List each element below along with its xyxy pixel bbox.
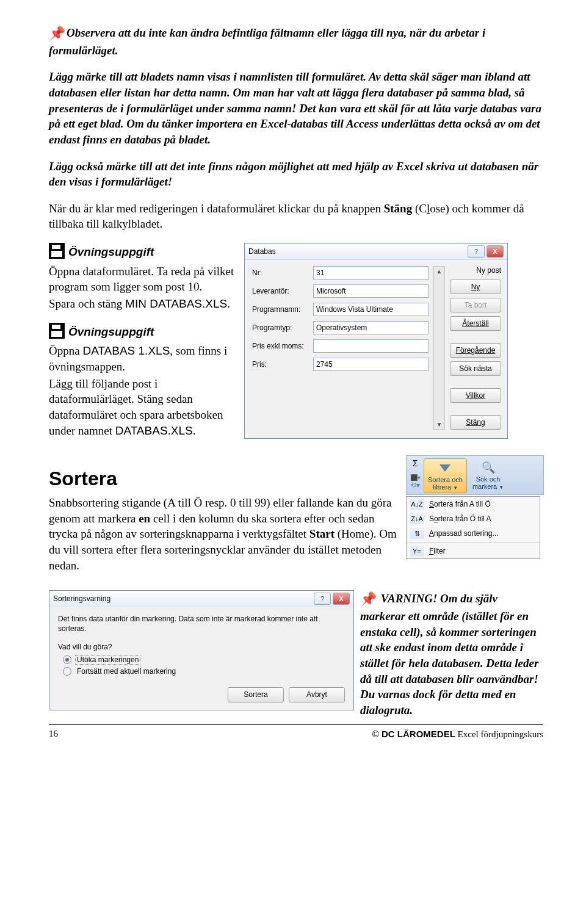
warning-label: VARNING! [381, 592, 438, 605]
exercise-2-body2: Lägg till följande post i dataformulärlä… [49, 376, 235, 439]
label-typ: Programtyp: [252, 323, 313, 332]
ny-button[interactable]: Ny [450, 280, 501, 294]
funnel-icon [440, 464, 450, 472]
scroll-up-icon[interactable]: ▲ [436, 268, 443, 275]
note-1-text: Observera att du inte kan ändra befintli… [49, 26, 485, 57]
page-number: 16 [49, 729, 58, 740]
note-paragraph-1: 📌Observera att du inte kan ändra befintl… [49, 24, 543, 58]
chevron-down-icon: ▼ [499, 485, 504, 490]
sort-za-icon: Z↓A [410, 513, 424, 524]
warn-opt-extend[interactable]: Utöka markeringen [63, 655, 345, 665]
dd4-text: ilter [433, 547, 445, 555]
close-button[interactable]: X [487, 245, 504, 258]
p4-c: (C [412, 202, 427, 215]
foregaende-button[interactable]: Föregående [450, 343, 501, 358]
help-button[interactable]: ? [468, 245, 485, 258]
filter-icon: Y= [410, 546, 424, 557]
input-prog[interactable] [313, 303, 429, 316]
rb-find-l2: markera [472, 483, 497, 490]
clear-icon[interactable]: ⟲▾ [410, 481, 420, 489]
rb-sort-l1: Sortera och [428, 476, 463, 483]
databas-dialog: Databas ? X Nr: Leverantör: [244, 243, 508, 439]
ex2-dot: . [193, 424, 196, 437]
sp-b: en [139, 512, 150, 525]
opt1-label: Utöka markeringen [75, 655, 140, 665]
opt2-label: Fortsätt med aktuell markering [75, 666, 178, 676]
exercise-title-1: Övningsuppgift [68, 245, 154, 258]
dd-custom-sort[interactable]: ⇅ Anpassad sortering... [407, 526, 540, 541]
footer-right: © DC LÄROMEDEL Excel fördjupningskurs [372, 729, 543, 740]
tabort-button: Ta bort [450, 298, 501, 312]
warn-title: Sorteringsvarning [53, 594, 314, 603]
form-scrollbar[interactable]: ▲ ▼ [433, 266, 445, 430]
exercise-1: Övningsuppgift [49, 243, 235, 260]
binoculars-icon: 🔍 [479, 460, 497, 475]
radio-selected-icon[interactable] [63, 655, 71, 664]
ribbon-snippet: Σ ⬛▾ ⟲▾ Sortera ochfiltrera ▼ 🔍 Sök ochm… [406, 455, 544, 495]
scroll-down-icon[interactable]: ▼ [436, 421, 443, 428]
sp-d: Start [309, 527, 335, 540]
help-button[interactable]: ? [314, 593, 331, 605]
warn-question: Vad vill du göra? [58, 643, 345, 651]
dd2-text: rtera från Ö till A [438, 514, 491, 523]
find-select-button[interactable]: 🔍 Sök ochmarkera ▼ [469, 458, 507, 493]
warn-titlebar[interactable]: Sorteringsvarning ? X [49, 591, 353, 607]
custom-sort-icon: ⇅ [410, 528, 424, 539]
ex1-a: Öppna dataformuläret. Ta reda på vilket … [49, 265, 234, 294]
avbryt-button[interactable]: Avbryt [289, 687, 345, 702]
sort-dropdown: A↓Z SSortera från A till Öortera från A … [406, 496, 540, 559]
body-paragraph-4: När du är klar med redigeringen i datafo… [49, 201, 543, 232]
disk-icon [49, 323, 65, 339]
warn-opt-continue[interactable]: Fortsätt med aktuell markering [63, 666, 345, 676]
dialog-titlebar[interactable]: Databas ? X [245, 244, 507, 260]
pushpin-icon: 📌 [49, 24, 65, 43]
villkor-button[interactable]: Villkor [450, 388, 501, 403]
input-pris[interactable] [313, 358, 429, 371]
sort-filter-button[interactable]: Sortera ochfiltrera ▼ [424, 458, 467, 493]
label-pris: Pris: [252, 360, 313, 369]
exercise-title-2: Övningsuppgift [68, 325, 154, 338]
label-prisex: Pris exkl moms: [252, 342, 313, 350]
exercise-2-body: Öppna DATABAS 1.XLS, som finns i övnings… [49, 343, 235, 374]
exercise-1-body: Öppna dataformuläret. Ta reda på vilket … [49, 264, 235, 295]
dd-filter[interactable]: Y= Filter [407, 544, 540, 558]
sortera-button[interactable]: Sortera [228, 687, 284, 702]
close-button[interactable]: X [333, 593, 350, 605]
note-3-text: Lägg också märke till att det inte finns… [49, 160, 538, 189]
sigma-icon[interactable]: Σ [408, 458, 422, 468]
warning-text: Om du själv markerar ett område (iställe… [360, 592, 538, 716]
exercise-1-file: Spara och stäng MIN DATABAS.XLS. [49, 296, 235, 312]
input-typ[interactable] [313, 321, 429, 334]
footer-tail: Excel fördjupningskurs [455, 729, 543, 739]
note-2-text: Lägg märke till att bladets namn visas i… [49, 70, 541, 146]
sortera-heading: Sortera [49, 467, 400, 490]
input-prisex[interactable] [313, 339, 429, 353]
disk-icon [49, 243, 65, 259]
ex2-a: Öppna [49, 344, 82, 357]
sort-az-icon: A↓Z [410, 499, 424, 510]
ex1-file: MIN DATABAS.XLS [125, 297, 227, 310]
rb-find-l1: Sök och [476, 475, 501, 483]
ex2-file1: DATABAS 1.XLS [82, 344, 170, 357]
pushpin-icon: 📌 [360, 590, 377, 608]
exercise-2: Övningsuppgift [49, 323, 235, 340]
fill-icon[interactable]: ⬛▾ [410, 474, 421, 481]
ex1-dot: . [227, 297, 230, 310]
warn-message: Det finns data utanför din markering. Da… [58, 615, 345, 633]
dd-sort-za[interactable]: Z↓A Sortera från Ö till A [407, 511, 540, 526]
ribbon-sigma-col: Σ ⬛▾ ⟲▾ [408, 458, 422, 493]
aterstall-button[interactable]: Återställ [450, 316, 501, 331]
sort-paragraph: Snabbsortering stigande (A till Ö resp. … [49, 495, 400, 573]
dd-separator [407, 542, 540, 543]
soknasta-button[interactable]: Sök nästa [450, 361, 501, 376]
input-lev[interactable] [313, 284, 429, 298]
page-footer: 16 © DC LÄROMEDEL Excel fördjupningskurs [49, 724, 543, 740]
label-nr: Nr: [252, 269, 313, 277]
radio-icon[interactable] [63, 667, 71, 676]
input-nr[interactable] [313, 266, 429, 280]
dd1-text: ortera från A till Ö [434, 500, 491, 508]
dd-sort-az[interactable]: A↓Z SSortera från A till Öortera från A … [407, 497, 540, 511]
ex1-b: Spara och stäng [49, 297, 125, 310]
copyright-icon: © [372, 729, 379, 739]
stang-button[interactable]: Stäng [450, 415, 501, 430]
